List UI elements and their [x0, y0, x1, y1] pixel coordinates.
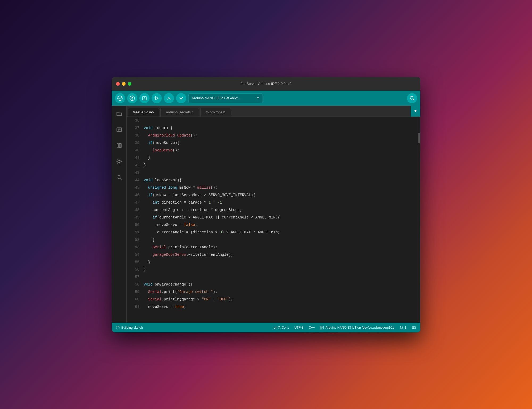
upload-button[interactable] [127, 93, 137, 103]
board-status-text: Arduino NANO 33 IoT on /dev/cu.usbmodem1… [325, 326, 394, 329]
svg-rect-37 [414, 327, 415, 329]
code-line-43 [144, 169, 418, 176]
board-selector-text: Arduino NANO 33 IoT at /dev/... [192, 96, 240, 100]
code-line-61: moveServo = true; [144, 303, 418, 311]
debugger-button[interactable] [152, 93, 162, 103]
code-line-50: moveServo = false; [144, 221, 418, 229]
minimize-button[interactable] [122, 82, 126, 86]
board-manager-up-button[interactable] [164, 93, 174, 103]
code-line-36 [144, 117, 418, 124]
build-spinner-icon [116, 326, 120, 329]
scrollbar[interactable] [418, 117, 420, 323]
svg-rect-19 [120, 143, 121, 148]
toolbar: Arduino NANO 33 IoT at /dev/... ▼ [112, 91, 420, 106]
code-line-39: if(moveServo){ [144, 139, 418, 147]
svg-line-27 [120, 159, 121, 160]
code-line-47: int direction = garage ? 1 : -1; [144, 199, 418, 206]
code-line-48: currentAngle += direction * degreeSteps; [144, 206, 418, 214]
svg-line-12 [413, 99, 414, 100]
language-text: C++ [309, 326, 315, 329]
sidebar [112, 106, 127, 323]
tab-arduino-secrets[interactable]: arduino_secrets.h [160, 108, 199, 117]
svg-rect-18 [119, 143, 120, 148]
code-line-44: void loopServo(){ [144, 176, 418, 184]
code-line-49: if(currentAngle > ANGLE_MAX || currentAn… [144, 214, 418, 221]
expand-icon [412, 325, 416, 330]
line-numbers: 36 37 38 39 40 41 42 43 44 45 46 47 48 4… [127, 117, 142, 323]
code-line-60: Serial.println(garage ? "ON" : "OFF"); [144, 296, 418, 303]
code-line-45: unsigned long msNow = millis(); [144, 184, 418, 191]
scroll-thumb[interactable] [418, 133, 420, 143]
svg-line-30 [120, 178, 121, 180]
code-line-46: if(msNow - lastServoMove > SERVO_MOVE_IN… [144, 191, 418, 199]
notifications-bell[interactable]: 1 [399, 325, 406, 330]
board-selector-arrow-icon: ▼ [257, 97, 259, 100]
tabs-area: freeServo.ino arduino_secrets.h thingPro… [127, 106, 420, 117]
main-window: freeServo | Arduino IDE 2.0.0-rc2 [112, 77, 420, 332]
editor-container: freeServo.ino arduino_secrets.h thingPro… [127, 106, 420, 323]
svg-line-25 [117, 159, 118, 160]
code-editor[interactable]: 36 37 38 39 40 41 42 43 44 45 46 47 48 4… [127, 117, 420, 323]
search-button[interactable] [407, 93, 417, 103]
code-line-55: } [144, 258, 418, 266]
expand-button[interactable] [412, 325, 416, 330]
code-line-56: } [144, 266, 418, 273]
code-line-37: void loop() { [144, 124, 418, 132]
svg-marker-7 [156, 97, 158, 100]
sidebar-item-library[interactable] [114, 141, 124, 150]
build-status-text: Building sketch [121, 326, 143, 329]
svg-point-20 [118, 160, 120, 163]
code-line-57 [144, 273, 418, 281]
maximize-button[interactable] [128, 82, 131, 86]
bell-icon [399, 325, 404, 330]
svg-rect-36 [412, 327, 414, 329]
encoding: UTF-8 [294, 326, 304, 329]
cursor-position: Ln 7, Col 1 [274, 326, 289, 329]
window-title: freeServo | Arduino IDE 2.0.0-rc2 [240, 82, 291, 86]
code-line-41: } [144, 154, 418, 162]
sidebar-item-search[interactable] [114, 173, 124, 182]
tab-thing-props[interactable]: thingProps.h [200, 108, 231, 117]
sidebar-item-folder[interactable] [114, 109, 124, 118]
board-icon [320, 326, 324, 329]
code-line-52: } [144, 236, 418, 243]
tab-freeservo[interactable]: freeServo.ino [128, 108, 159, 117]
close-button[interactable] [116, 82, 120, 86]
board-selector[interactable]: Arduino NANO 33 IoT at /dev/... ▼ [188, 93, 263, 103]
code-line-59: Serial.print("Garage switch "); [144, 288, 418, 296]
sidebar-item-board[interactable] [114, 125, 124, 134]
serial-monitor-button[interactable] [176, 93, 186, 103]
verify-button[interactable] [115, 93, 125, 103]
code-content[interactable]: void loop() { ArduinoCloud.update(); if(… [142, 117, 418, 323]
sidebar-item-debug[interactable] [114, 157, 124, 166]
code-line-53: Serial.println(currentAngle); [144, 243, 418, 251]
board-status: Arduino NANO 33 IoT on /dev/cu.usbmodem1… [320, 326, 394, 329]
svg-line-26 [120, 163, 121, 163]
svg-line-28 [117, 163, 118, 163]
language: C++ [309, 326, 315, 329]
svg-rect-17 [117, 143, 118, 148]
encoding-text: UTF-8 [294, 326, 304, 329]
code-line-38: ArduinoCloud.update(); [144, 132, 418, 139]
new-sketch-button[interactable] [139, 93, 149, 103]
code-line-40: loopServo(); [144, 147, 418, 154]
tabs-dropdown-button[interactable]: ▼ [411, 106, 420, 117]
code-line-58: void onGarageChange(){ [144, 281, 418, 288]
cursor-position-text: Ln 7, Col 1 [274, 326, 289, 329]
code-line-42: } [144, 162, 418, 169]
code-line-54: garageDoorServo.write(currentAngle); [144, 251, 418, 258]
main-content: freeServo.ino arduino_secrets.h thingPro… [112, 106, 420, 323]
notification-count: 1 [405, 326, 406, 329]
statusbar: Building sketch Ln 7, Col 1 UTF-8 C++ Ar… [112, 323, 420, 332]
traffic-lights [116, 82, 131, 86]
build-status: Building sketch [116, 326, 143, 329]
code-line-51: currentAngle = (direction > 0) ? ANGLE_M… [144, 229, 418, 236]
titlebar: freeServo | Arduino IDE 2.0.0-rc2 [112, 77, 420, 91]
